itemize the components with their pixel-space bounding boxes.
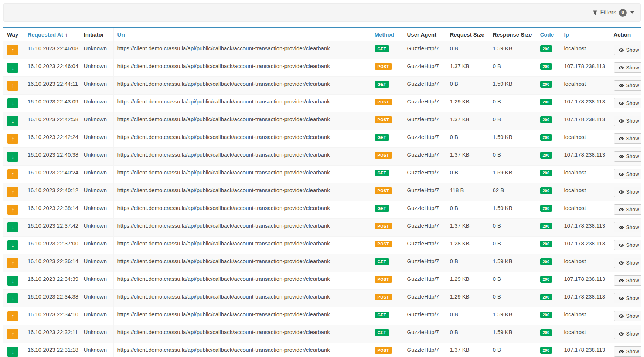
method-cell: POST [371,272,403,290]
ip-cell: localhost [560,166,610,183]
requested-at-cell: 16.10.2023 22:34:39 [24,272,80,290]
way-cell: ↓ [3,219,24,237]
response-size-cell: 0 B [489,59,536,77]
method-cell: POST [371,112,403,130]
action-cell: Show [610,290,641,307]
filters-dropdown-toggle[interactable]: Filters 0 [593,9,634,17]
column-header-request-size: Request Size [446,28,489,41]
eye-icon [619,190,624,194]
show-button[interactable]: Show [614,169,641,179]
table-row: ↑ 16.10.2023 22:36:14 Unknown https://cl… [3,254,641,272]
response-size-cell: 1.59 KB [489,130,536,148]
table-row: ↓ 16.10.2023 22:37:00 Unknown https://cl… [3,237,641,254]
code-cell: 200 [536,272,560,290]
column-header-method[interactable]: Method [371,28,403,41]
show-button[interactable]: Show [614,222,641,232]
code-cell: 200 [536,166,560,183]
show-button[interactable]: Show [614,116,641,126]
column-header-ip[interactable]: Ip [560,28,610,41]
column-header-requested-at[interactable]: Requested At↑ [24,28,80,41]
initiator-cell: Unknown [80,272,113,290]
initiator-cell: Unknown [80,307,113,325]
arrow-down-badge: ↓ [7,63,18,73]
method-badge: POST [375,152,392,159]
method-cell: POST [371,95,403,112]
arrow-down-badge: ↓ [7,276,18,286]
show-button-label: Show [626,47,639,53]
table-row: ↑ 16.10.2023 22:46:08 Unknown https://cl… [3,41,641,59]
action-cell: Show [610,183,641,201]
show-button[interactable]: Show [614,98,641,108]
eye-icon [619,314,624,318]
code-cell: 200 [536,290,560,307]
code-badge: 200 [540,63,552,70]
show-button[interactable]: Show [614,151,641,162]
uri-cell: https://client.demo.crassu.la/api/public… [113,237,371,254]
table-row: ↓ 16.10.2023 22:37:42 Unknown https://cl… [3,219,641,237]
table-row: ↑ 16.10.2023 22:32:11 Unknown https://cl… [3,325,641,343]
uri-cell: https://client.demo.crassu.la/api/public… [113,59,371,77]
arrow-up-badge: ↑ [7,205,18,215]
response-size-cell: 0 B [489,290,536,307]
method-cell: POST [371,237,403,254]
requested-at-cell: 16.10.2023 22:46:08 [24,41,80,59]
table-row: ↓ 16.10.2023 22:40:38 Unknown https://cl… [3,148,641,166]
column-header-uri[interactable]: Uri [113,28,371,41]
show-button[interactable]: Show [614,311,641,321]
request-size-cell: 0 B [446,77,489,95]
way-cell: ↓ [3,95,24,112]
requested-at-cell: 16.10.2023 22:46:04 [24,59,80,77]
method-badge: GET [375,134,389,141]
table-row: ↓ 16.10.2023 22:43:09 Unknown https://cl… [3,95,641,112]
ip-cell: localhost [560,77,610,95]
uri-cell: https://client.demo.crassu.la/api/public… [113,95,371,112]
show-button[interactable]: Show [614,62,641,73]
show-button-label: Show [626,260,639,266]
method-cell: GET [371,254,403,272]
method-badge: GET [375,205,389,212]
method-badge: GET [375,258,389,265]
request-size-cell: 1.37 KB [446,112,489,130]
show-button[interactable]: Show [614,329,641,339]
eye-icon [619,101,624,105]
arrow-down-badge: ↓ [7,116,18,126]
uri-cell: https://client.demo.crassu.la/api/public… [113,325,371,343]
ip-cell: 107.178.238.113 [560,290,610,307]
show-button[interactable]: Show [614,346,641,357]
show-button[interactable]: Show [614,240,641,250]
user-agent-cell: GuzzleHttp/7 [403,290,446,307]
sort-asc-icon: ↑ [65,31,68,38]
show-button[interactable]: Show [614,258,641,268]
show-button[interactable]: Show [614,187,641,197]
show-button[interactable]: Show [614,133,641,144]
code-cell: 200 [536,77,560,95]
ip-cell: 107.178.238.113 [560,343,610,357]
user-agent-cell: GuzzleHttp/7 [403,166,446,183]
method-cell: GET [371,166,403,183]
show-button[interactable]: Show [614,45,641,55]
eye-icon [619,225,624,229]
request-size-cell: 0 B [446,325,489,343]
requested-at-cell: 16.10.2023 22:40:38 [24,148,80,166]
uri-cell: https://client.demo.crassu.la/api/public… [113,219,371,237]
action-cell: Show [610,343,641,357]
user-agent-cell: GuzzleHttp/7 [403,254,446,272]
uri-cell: https://client.demo.crassu.la/api/public… [113,183,371,201]
action-cell: Show [610,41,641,59]
method-badge: GET [375,312,389,318]
show-button[interactable]: Show [614,80,641,91]
ip-cell: 107.178.238.113 [560,112,610,130]
uri-cell: https://client.demo.crassu.la/api/public… [113,343,371,357]
eye-icon [619,172,624,176]
show-button[interactable]: Show [614,293,641,303]
way-cell: ↑ [3,201,24,219]
code-badge: 200 [540,329,552,336]
show-button[interactable]: Show [614,204,641,215]
initiator-cell: Unknown [80,77,113,95]
code-cell: 200 [536,148,560,166]
code-badge: 200 [540,45,552,52]
method-badge: GET [375,170,389,176]
response-size-cell: 62 B [489,183,536,201]
column-header-code[interactable]: Code [536,28,560,41]
show-button[interactable]: Show [614,275,641,286]
